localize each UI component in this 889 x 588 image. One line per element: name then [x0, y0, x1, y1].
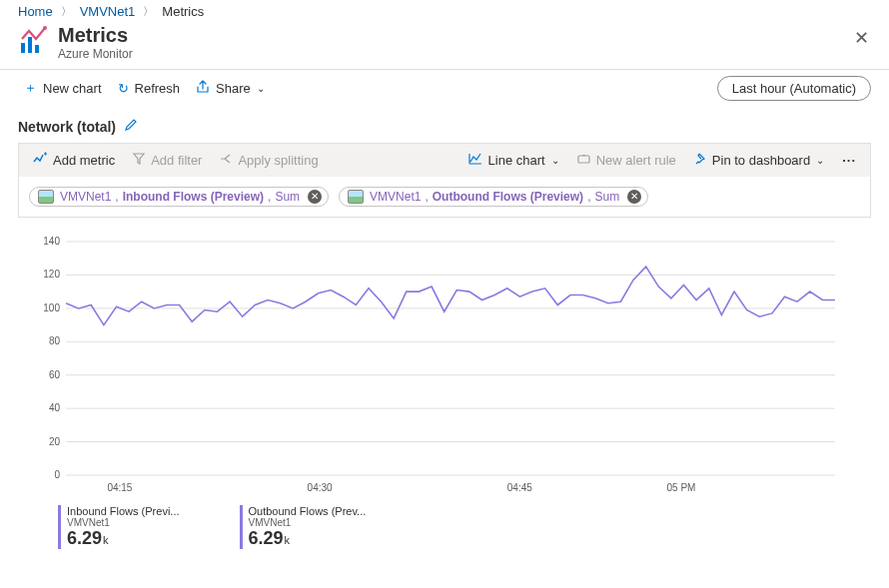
chart-plot-area: 02040608010012014004:1504:3004:4505 PM: [18, 218, 871, 497]
plus-icon: ＋: [24, 79, 37, 97]
share-icon: [196, 80, 210, 97]
alert-icon: [577, 153, 590, 168]
chart-legend: Inbound Flows (Previ... VMVNet1 6.29k Ou…: [18, 497, 871, 559]
chevron-right-icon: 〉: [143, 4, 154, 19]
breadcrumb-current: Metrics: [162, 4, 204, 19]
add-filter-button[interactable]: Add filter: [125, 148, 210, 173]
resource-icon: [348, 190, 364, 204]
svg-rect-4: [578, 156, 589, 163]
svg-rect-0: [21, 43, 25, 53]
svg-rect-2: [35, 45, 39, 53]
page-header: Metrics Azure Monitor ✕: [0, 21, 889, 70]
metric-pill[interactable]: VMVNet1, Outbound Flows (Preview), Sum ✕: [339, 187, 648, 207]
svg-text:140: 140: [43, 236, 60, 247]
pin-icon: [694, 153, 706, 168]
split-icon: [220, 153, 232, 168]
legend-item[interactable]: Outbound Flows (Prev... VMVNet1 6.29k: [240, 505, 367, 549]
refresh-button[interactable]: ↻ Refresh: [112, 76, 187, 101]
chevron-down-icon: ⌄: [816, 155, 824, 166]
svg-text:120: 120: [43, 269, 60, 280]
command-bar: ＋ New chart ↻ Refresh Share ⌄ Last hour …: [0, 70, 889, 106]
new-alert-rule-button[interactable]: New alert rule: [569, 148, 684, 173]
svg-text:100: 100: [43, 302, 60, 313]
chart-type-dropdown[interactable]: Line chart ⌄: [460, 148, 567, 173]
chart-title: Network (total): [18, 119, 116, 135]
more-options-button[interactable]: ···: [834, 148, 864, 173]
edit-title-button[interactable]: [124, 118, 138, 135]
svg-text:80: 80: [49, 335, 61, 346]
chevron-right-icon: 〉: [61, 4, 72, 19]
svg-text:04:45: 04:45: [507, 482, 532, 493]
more-icon: ···: [842, 153, 856, 168]
line-chart-icon: [468, 153, 482, 168]
pin-to-dashboard-button[interactable]: Pin to dashboard ⌄: [686, 148, 832, 173]
svg-text:04:30: 04:30: [308, 482, 333, 493]
share-button[interactable]: Share ⌄: [190, 75, 271, 102]
filter-icon: [133, 153, 145, 168]
remove-metric-button[interactable]: ✕: [627, 190, 641, 204]
svg-text:05 PM: 05 PM: [667, 482, 696, 493]
sparkline-plus-icon: [33, 153, 47, 168]
breadcrumb-home[interactable]: Home: [18, 4, 53, 19]
legend-color-swatch: [58, 505, 61, 549]
chevron-down-icon: ⌄: [551, 155, 559, 166]
svg-text:20: 20: [49, 436, 61, 447]
breadcrumb-resource[interactable]: VMVNet1: [80, 4, 136, 19]
svg-text:40: 40: [49, 402, 61, 413]
resource-icon: [38, 190, 54, 204]
metrics-icon: [18, 25, 50, 57]
add-metric-button[interactable]: Add metric: [25, 148, 123, 173]
chart-card: Network (total) Add metric Add filter Ap…: [18, 118, 871, 559]
page-title: Metrics: [58, 23, 133, 47]
svg-text:60: 60: [49, 369, 61, 380]
time-range-picker[interactable]: Last hour (Automatic): [717, 76, 871, 101]
page-subtitle: Azure Monitor: [58, 47, 133, 61]
remove-metric-button[interactable]: ✕: [308, 190, 322, 204]
svg-rect-1: [28, 37, 32, 53]
apply-splitting-button[interactable]: Apply splitting: [212, 148, 326, 173]
close-button[interactable]: ✕: [846, 23, 877, 53]
svg-text:0: 0: [54, 469, 60, 480]
legend-color-swatch: [240, 505, 243, 549]
chart-toolbar: Add metric Add filter Apply splitting Li…: [18, 143, 871, 177]
breadcrumb: Home 〉 VMVNet1 〉 Metrics: [0, 0, 889, 21]
legend-item[interactable]: Inbound Flows (Previ... VMVNet1 6.29k: [58, 505, 180, 549]
svg-point-3: [43, 26, 47, 30]
metric-pills-row: VMVNet1, Inbound Flows (Preview), Sum ✕ …: [18, 177, 871, 218]
metric-pill[interactable]: VMVNet1, Inbound Flows (Preview), Sum ✕: [29, 187, 329, 207]
svg-text:04:15: 04:15: [107, 482, 132, 493]
refresh-icon: ↻: [118, 81, 129, 96]
new-chart-button[interactable]: ＋ New chart: [18, 74, 108, 102]
chevron-down-icon: ⌄: [257, 83, 265, 94]
